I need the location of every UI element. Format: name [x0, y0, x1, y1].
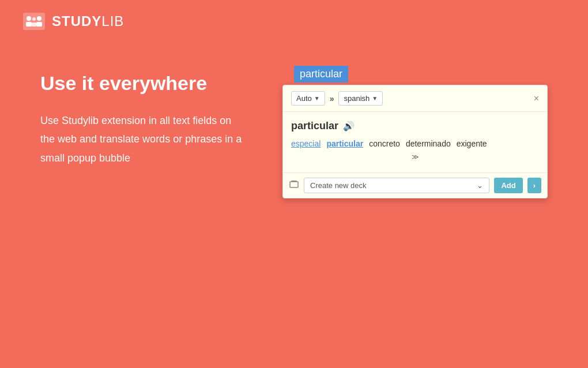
translation-particular[interactable]: particular	[326, 139, 363, 148]
svg-point-5	[32, 17, 36, 21]
svg-rect-7	[290, 182, 298, 187]
logo-text: STUDYLIB	[52, 13, 124, 29]
translation-popup: Auto ▼ » spanish ▼ × particular 🔊 especi…	[282, 85, 548, 198]
deck-icon	[289, 179, 299, 192]
svg-rect-0	[23, 13, 45, 30]
translation-exigente[interactable]: exigente	[457, 139, 487, 148]
svg-point-3	[37, 16, 42, 21]
from-lang-select[interactable]: Auto ▼	[291, 91, 325, 106]
svg-rect-4	[36, 22, 42, 27]
popup-header: Auto ▼ » spanish ▼ ×	[283, 85, 547, 112]
translation-especial[interactable]: especial	[291, 139, 321, 148]
to-lang-select[interactable]: spanish ▼	[338, 91, 383, 106]
to-lang-label: spanish	[344, 94, 370, 103]
translation-determinado[interactable]: determinado	[406, 139, 451, 148]
deck-dropdown-arrow: ⌄	[477, 181, 483, 190]
main-content: Use it everywhere Use Studylib extension…	[0, 43, 588, 198]
translation-concreto[interactable]: concreto	[369, 139, 400, 148]
deck-placeholder: Create new deck	[310, 181, 367, 190]
studylib-logo-icon	[23, 13, 45, 30]
selected-word-container: particular	[294, 66, 548, 82]
more-translations-arrow[interactable]: ≫	[291, 153, 539, 161]
left-panel: Use it everywhere Use Studylib extension…	[40, 66, 248, 167]
lang-arrow-separator: »	[330, 94, 334, 103]
headline: Use it everywhere	[40, 72, 248, 95]
to-lang-arrow: ▼	[372, 95, 378, 102]
translated-word: particular	[291, 120, 338, 132]
add-button[interactable]: Add	[494, 178, 522, 193]
from-lang-arrow: ▼	[314, 95, 320, 102]
speaker-icon[interactable]: 🔊	[343, 121, 355, 132]
popup-footer: Create new deck ⌄ Add ›	[283, 172, 547, 198]
svg-rect-2	[26, 22, 32, 27]
description: Use Studylib extension in all text field…	[40, 111, 248, 167]
popup-demo: particular Auto ▼ » spanish ▼ × part	[282, 66, 548, 198]
svg-point-1	[27, 16, 31, 21]
translations-row: especial particular concreto determinado…	[291, 139, 539, 148]
selected-word-highlight: particular	[294, 66, 348, 82]
svg-rect-6	[32, 22, 37, 27]
svg-rect-8	[291, 181, 297, 182]
popup-body: particular 🔊 especial particular concret…	[283, 112, 547, 172]
close-button[interactable]: ×	[534, 94, 539, 103]
deck-dropdown[interactable]: Create new deck ⌄	[304, 178, 489, 193]
from-lang-label: Auto	[296, 94, 312, 103]
header: STUDYLIB	[0, 0, 588, 43]
word-title-row: particular 🔊	[291, 120, 539, 132]
next-button[interactable]: ›	[527, 178, 541, 193]
